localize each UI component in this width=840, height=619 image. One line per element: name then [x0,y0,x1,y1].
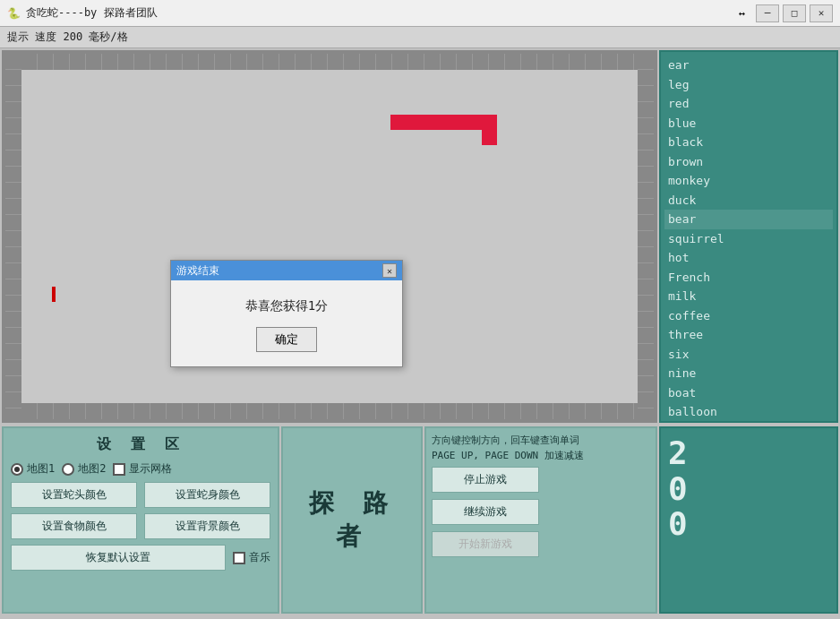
word-item-leg: leg [664,75,833,95]
map1-radio[interactable] [11,463,23,476]
new-game-button[interactable]: 开始新游戏 [432,531,539,557]
toolbar-text: 提示 速度 200 毫秒/格 [7,30,128,45]
settings-panel: 设 置 区 地图1 地图2 显示网格 设置蛇头颜色 设置蛇身颜色 设置食物颜色 … [2,426,279,614]
word-item-ear: ear [664,56,833,75]
color-row-2: 设置食物颜色 设置背景颜色 [11,513,270,539]
dialog-body: 恭喜您获得1分 [171,280,402,323]
window-icon: 🐍 [7,7,21,20]
score-line1: 2 [668,435,829,471]
show-grid-checkbox[interactable] [113,463,125,476]
set-food-color-button[interactable]: 设置食物颜色 [11,513,137,539]
word-item-monkey: monkey [664,171,833,191]
show-grid-text: 显示网格 [129,461,172,477]
logo-text: 探 路 者 [283,487,421,553]
border-right [638,54,654,419]
show-grid-label[interactable]: 显示网格 [113,461,172,477]
snake-seg-7 [482,115,497,130]
color-row-1: 设置蛇头颜色 设置蛇身颜色 [11,482,270,508]
snake-seg-6 [467,115,482,130]
snake-seg-8 [482,130,497,145]
toolbar: 提示 速度 200 毫秒/格 [0,27,840,48]
border-left [5,54,21,419]
music-checkbox[interactable] [233,552,245,564]
controls-panel: 方向键控制方向，回车键查询单词 PAGE UP, PAGE DOWN 加速减速 … [424,426,657,614]
word-item-red: red [664,94,833,114]
word-item-hot: hot [664,248,833,268]
score-display: 2 0 0 [668,435,829,542]
controls-info-line2: PAGE UP, PAGE DOWN 加速减速 [432,449,650,464]
snake-seg-3 [421,115,436,130]
title-bar-controls: ↔ ─ □ ✕ [739,4,833,22]
map2-label: 地图2 [78,461,106,477]
map1-label: 地图1 [27,461,55,477]
word-item-boat: boat [664,383,833,403]
dialog-message: 恭喜您获得1分 [245,298,328,313]
title-bar: 🐍 贪吃蛇----by 探路者团队 ↔ ─ □ ✕ [0,0,840,27]
bottom-area: 设 置 区 地图1 地图2 显示网格 设置蛇头颜色 设置蛇身颜色 设置食物颜色 … [0,425,840,615]
word-item-three: three [664,325,833,345]
game-over-dialog: 游戏结束 ✕ 恭喜您获得1分 确定 [170,260,403,367]
logo-panel: 探 路 者 [281,426,423,614]
snake-food [52,287,56,302]
dialog-title: 游戏结束 [176,263,219,279]
word-item-duck: duck [664,191,833,211]
word-item-black: black [664,133,833,152]
resize-icon: ↔ [739,7,745,20]
map2-radio[interactable] [62,463,74,476]
dialog-title-bar: 游戏结束 ✕ [171,261,402,280]
score-line2: 0 [668,471,829,507]
word-item-French: French [664,268,833,288]
word-panel: earlegredblueblackbrownmonkeyduckbearsqu… [659,50,838,423]
snake-seg-1 [390,115,406,130]
title-bar-left: 🐍 贪吃蛇----by 探路者团队 [7,5,158,21]
window-title: 贪吃蛇----by 探路者团队 [26,5,158,21]
stop-game-button[interactable]: 停止游戏 [432,467,539,493]
dialog-close-button[interactable]: ✕ [382,263,397,278]
music-label[interactable]: 音乐 [233,550,270,565]
controls-info-line1: 方向键控制方向，回车键查询单词 [432,434,650,449]
close-button[interactable]: ✕ [810,4,833,22]
score-panel: 2 0 0 [659,426,838,614]
word-item-bear: bear [664,210,833,229]
restore-defaults-button[interactable]: 恢复默认设置 [11,545,226,571]
snake-seg-2 [406,115,421,130]
snake-seg-5 [451,115,467,130]
continue-game-button[interactable]: 继续游戏 [432,499,539,525]
map1-radio-label[interactable]: 地图1 [11,461,55,477]
score-line3: 0 [668,506,829,542]
map-selection-row: 地图1 地图2 显示网格 [11,461,270,477]
set-head-color-button[interactable]: 设置蛇头颜色 [11,482,137,508]
minimize-button[interactable]: ─ [756,4,779,22]
settings-title: 设 置 区 [11,435,270,454]
map2-radio-label[interactable]: 地图2 [62,461,106,477]
controls-info: 方向键控制方向，回车键查询单词 PAGE UP, PAGE DOWN 加速减速 [432,434,650,463]
word-item-nine: nine [664,364,833,383]
word-item-squirrel: squirrel [664,229,833,249]
word-item-blue: blue [664,114,833,133]
word-item-coffee: coffee [664,306,833,326]
restore-row: 恢复默认设置 音乐 [11,545,270,571]
word-item-brown: brown [664,152,833,172]
main-area: earlegredblueblackbrownmonkeyduckbearsqu… [0,48,840,425]
set-bg-color-button[interactable]: 设置背景颜色 [144,513,270,539]
confirm-button[interactable]: 确定 [256,327,317,352]
snake-seg-4 [436,115,451,130]
word-item-six: six [664,345,833,365]
maximize-button[interactable]: □ [783,4,806,22]
set-body-color-button[interactable]: 设置蛇身颜色 [144,482,270,508]
word-item-balloon: balloon [664,402,833,422]
word-item-milk: milk [664,287,833,306]
dialog-footer: 确定 [171,323,402,356]
music-text: 音乐 [249,550,270,565]
